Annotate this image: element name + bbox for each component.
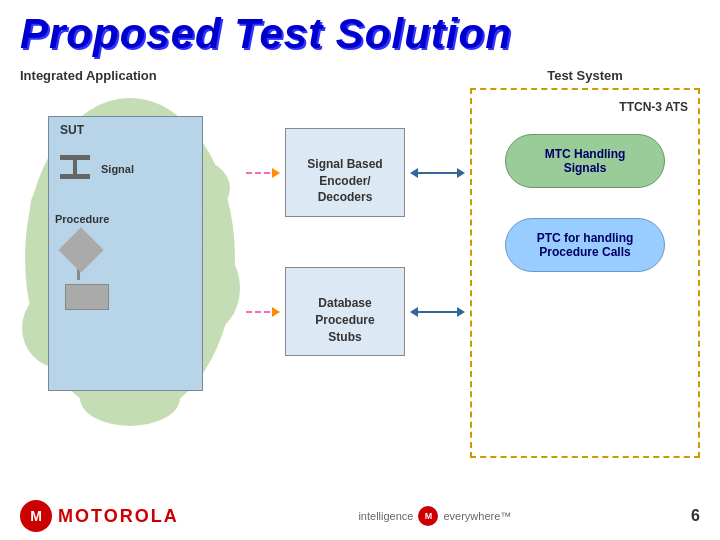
everywhere-label: everywhere™ bbox=[443, 510, 511, 522]
database-box: Database Procedure Stubs bbox=[285, 267, 405, 356]
intelligence-label: intelligence bbox=[358, 510, 413, 522]
ptc-label: PTC for handling Procedure Calls bbox=[537, 231, 634, 259]
motorola-m-icon: M bbox=[20, 500, 52, 532]
intelligence-text: intelligence M everywhere™ bbox=[358, 506, 511, 526]
encoder-label: Signal Based Encoder/ Decoders bbox=[307, 157, 382, 205]
database-label: Database Procedure Stubs bbox=[315, 296, 374, 344]
motorola-small-icon: M bbox=[418, 506, 438, 526]
main-diagram: Integrated Application SUT bbox=[20, 68, 700, 458]
page-number: 6 bbox=[691, 507, 700, 525]
integrated-app-label: Integrated Application bbox=[20, 68, 157, 83]
test-system-border: TTCN-3 ATS MTC Handling Signals PTC for … bbox=[470, 88, 700, 458]
encoder-row: Signal Based Encoder/ Decoders bbox=[245, 128, 465, 217]
signal-label: Signal bbox=[101, 163, 134, 175]
integrated-application-section: Integrated Application SUT bbox=[20, 68, 240, 428]
motorola-logo: M MOTOROLA bbox=[20, 500, 179, 532]
signal-shape bbox=[55, 155, 95, 183]
ptc-oval: PTC for handling Procedure Calls bbox=[505, 218, 665, 272]
mtc-oval: MTC Handling Signals bbox=[505, 134, 665, 188]
ttcn-label: TTCN-3 ATS bbox=[482, 100, 688, 114]
mtc-label: MTC Handling Signals bbox=[545, 147, 626, 175]
test-system-label: Test System bbox=[470, 68, 700, 83]
motorola-text: MOTOROLA bbox=[58, 506, 179, 527]
page-title: Proposed Test Solution bbox=[20, 10, 700, 58]
database-row: Database Procedure Stubs bbox=[245, 267, 465, 356]
procedure-label: Procedure bbox=[55, 213, 109, 225]
center-section: Signal Based Encoder/ Decoders bbox=[245, 128, 465, 356]
sut-label: SUT bbox=[60, 123, 196, 137]
footer: M MOTOROLA intelligence M everywhere™ 6 bbox=[0, 500, 720, 532]
encoder-box: Signal Based Encoder/ Decoders bbox=[285, 128, 405, 217]
test-system-section: Test System TTCN-3 ATS MTC Handling Sign… bbox=[470, 68, 700, 458]
